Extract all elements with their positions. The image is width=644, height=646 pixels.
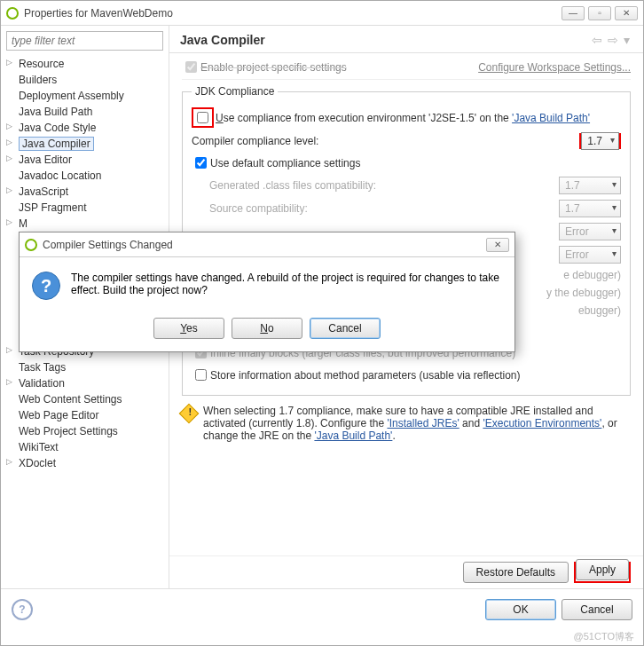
compiler-settings-dialog: Compiler Settings Changed ✕ ? The compil… <box>19 232 515 352</box>
gen-class-label: Generated .class files compatibility: <box>209 179 559 192</box>
filter-input[interactable] <box>6 31 163 51</box>
tree-node[interactable]: Java Build Path <box>6 104 163 120</box>
tree-node[interactable]: JavaScript <box>6 184 163 200</box>
titlebar[interactable]: Properties for MavenWebDemo — ▫ ✕ <box>1 1 643 26</box>
window-title: Properties for MavenWebDemo <box>24 7 562 20</box>
dialog-message: The compiler settings have changed. A re… <box>71 272 502 300</box>
tree-node[interactable]: Builders <box>6 72 163 88</box>
clipped-text: y the debugger) <box>546 287 621 299</box>
use-exec-env-checkbox[interactable] <box>197 112 208 123</box>
eclipse-icon <box>25 239 37 251</box>
tree-node[interactable]: Web Content Settings <box>6 391 163 407</box>
warning-text: When selecting 1.7 compliance, make sure… <box>203 405 631 442</box>
tree-node[interactable]: JSP Fragment <box>6 200 163 216</box>
tree-node[interactable]: M <box>6 216 163 232</box>
dialog-yes-button[interactable]: Yes <box>153 318 224 339</box>
back-icon[interactable]: ⇦ <box>592 33 602 47</box>
forward-icon[interactable]: ⇨ <box>608 33 618 47</box>
enable-project-label: Enable project specific settings <box>200 61 347 74</box>
dropdown-icon[interactable]: ▾ <box>624 33 630 47</box>
installed-jres-link[interactable]: 'Installed JREs' <box>387 417 459 429</box>
restore-defaults-button[interactable]: Restore Defaults <box>463 562 569 583</box>
use-exec-env-label: se compliance from execution environment… <box>224 112 512 124</box>
gen-class-select: 1.7 <box>559 177 621 194</box>
ok-button[interactable]: OK <box>485 599 556 620</box>
exec-env-link[interactable]: 'Execution Environments' <box>483 417 601 429</box>
use-defaults-label: Use default compliance settings <box>210 157 360 169</box>
page-title: Java Compiler <box>180 33 589 47</box>
properties-window: Properties for MavenWebDemo — ▫ ✕ Resour… <box>0 0 644 646</box>
tree-node[interactable]: XDoclet <box>6 455 163 471</box>
eclipse-icon <box>6 7 19 20</box>
footer: ? OK Cancel <box>1 588 643 629</box>
dialog-close-button[interactable]: ✕ <box>486 238 509 252</box>
tree-node[interactable]: Deployment Assembly <box>6 88 163 104</box>
tree-node[interactable]: Javadoc Location <box>6 168 163 184</box>
dialog-no-button[interactable]: No <box>232 318 302 339</box>
enable-project-checkbox[interactable] <box>185 61 197 73</box>
dialog-cancel-button[interactable]: Cancel <box>310 318 381 339</box>
tree-node[interactable]: Java Editor <box>6 152 163 168</box>
tree-node[interactable]: Task Tags <box>6 359 163 375</box>
compliance-select[interactable]: 1.7 <box>581 132 619 150</box>
question-icon: ? <box>32 272 60 300</box>
use-defaults-checkbox[interactable] <box>195 157 207 169</box>
src-compat-select: 1.7 <box>559 200 621 217</box>
tree-node[interactable]: Validation <box>6 375 163 391</box>
src-compat-label: Source compatibility: <box>209 202 559 215</box>
close-button[interactable]: ✕ <box>615 6 638 20</box>
configure-workspace-link[interactable]: Configure Workspace Settings... <box>478 61 631 74</box>
tree-node[interactable]: Web Project Settings <box>6 423 163 439</box>
watermark: @51CTO博客 <box>574 630 634 643</box>
maximize-button[interactable]: ▫ <box>588 6 611 20</box>
clipped-text: ebugger) <box>578 304 621 317</box>
cancel-button[interactable]: Cancel <box>562 599 632 620</box>
tree-node[interactable]: Java Code Style <box>6 120 163 136</box>
dialog-title: Compiler Settings Changed <box>43 239 486 251</box>
err-select-a: Error <box>559 223 621 240</box>
err-select-b: Error <box>559 246 621 264</box>
store-params-checkbox[interactable] <box>195 369 207 381</box>
help-icon[interactable]: ? <box>12 599 33 620</box>
tree-node[interactable]: Resource <box>6 56 163 72</box>
jbp-link[interactable]: 'Java Build Path' <box>314 429 392 442</box>
minimize-button[interactable]: — <box>562 6 585 20</box>
compliance-label: Compiler compliance level: <box>192 135 579 147</box>
tree-node[interactable]: Web Page Editor <box>6 407 163 423</box>
warning-icon <box>179 404 200 424</box>
apply-button[interactable]: Apply <box>576 559 629 580</box>
tree-node[interactable]: Java Compiler <box>6 136 163 152</box>
java-build-path-link[interactable]: 'Java Build Path' <box>512 112 590 124</box>
clipped-text: e debugger) <box>563 269 621 281</box>
warning-block: When selecting 1.7 compliance, make sure… <box>182 405 631 442</box>
jdk-legend: JDK Compliance <box>192 85 278 98</box>
tree-node[interactable]: WikiText <box>6 439 163 455</box>
